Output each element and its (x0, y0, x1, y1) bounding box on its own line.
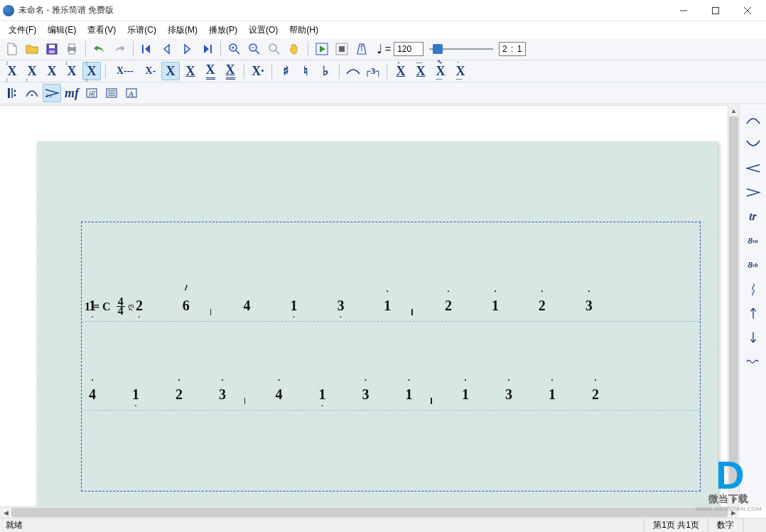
accent-1-button[interactable]: X› (392, 62, 410, 80)
next-page-button[interactable] (178, 40, 196, 58)
note[interactable]: 6⁞ (180, 298, 193, 314)
note[interactable]: 3· (502, 386, 515, 403)
note[interactable]: 2· (442, 298, 455, 314)
note-sixteenth-button[interactable]: X (201, 62, 220, 80)
scroll-down-arrow[interactable]: ▼ (728, 495, 739, 506)
palette-decresc-icon[interactable] (743, 183, 764, 202)
zoom-fit-button[interactable] (265, 40, 284, 58)
palette-trill-icon[interactable]: tr (743, 207, 764, 226)
palette-arrow-down-icon[interactable] (743, 328, 764, 347)
tempo-input[interactable] (394, 42, 424, 56)
note-half-button[interactable]: X- (141, 62, 160, 80)
score-page[interactable]: 1 = C 4 4 ღ 1·2·6⁞41·3·1·2·1·2·3· 4·1·2·… (37, 141, 718, 518)
note[interactable]: 3· (583, 298, 595, 314)
sharp-button[interactable]: ♯ (276, 62, 295, 80)
note-dur-1-button[interactable]: X:: (3, 62, 21, 80)
menu-help[interactable]: 帮助(H) (284, 22, 324, 38)
note[interactable]: 1· (315, 386, 328, 403)
scroll-left-arrow[interactable]: ◀ (0, 507, 11, 518)
note-thirtysecond-button[interactable]: X (221, 62, 239, 80)
undo-button[interactable] (90, 40, 109, 58)
zoom-out-button[interactable] (245, 40, 264, 58)
scroll-right-arrow[interactable]: ▶ (728, 507, 739, 518)
menu-play[interactable]: 播放(P) (203, 22, 243, 38)
accent-4-button[interactable]: X·— (451, 62, 470, 80)
zoom-ratio-box[interactable]: 2 : 1 (499, 42, 526, 56)
palette-arc-up-icon[interactable] (743, 135, 764, 153)
redo-button[interactable] (110, 40, 129, 58)
play-button[interactable] (313, 40, 331, 58)
palette-wavy-icon[interactable] (743, 280, 764, 298)
note[interactable]: 1· (86, 298, 99, 314)
note-dur-4-button[interactable]: X: (63, 62, 81, 80)
open-file-button[interactable] (23, 40, 41, 58)
crescendo-button[interactable]: 2 1 (43, 84, 61, 102)
note[interactable]: 2· (589, 386, 602, 403)
note[interactable]: 3· (360, 386, 372, 403)
first-page-button[interactable] (138, 40, 156, 58)
repeat-bar-button[interactable] (3, 84, 21, 102)
menu-score[interactable]: 乐谱(C) (122, 22, 162, 38)
palette-arrow-up-icon[interactable] (743, 304, 764, 322)
palette-wave-h-icon[interactable] (743, 352, 764, 371)
print-button[interactable] (63, 40, 81, 58)
scroll-v-thumb[interactable] (729, 116, 738, 486)
palette-cresc-icon[interactable] (743, 159, 764, 178)
note-eighth-button[interactable]: X (181, 62, 200, 80)
menu-file[interactable]: 文件(F) (3, 22, 42, 38)
text-block-button[interactable] (102, 84, 121, 102)
note[interactable]: 1· (287, 298, 300, 314)
note[interactable]: 2· (173, 386, 185, 403)
zoom-in-button[interactable] (225, 40, 244, 58)
vertical-scrollbar[interactable]: ▲ ▼ (728, 105, 739, 506)
scroll-h-thumb[interactable] (11, 508, 728, 517)
note-whole-button[interactable]: X--- (110, 62, 140, 80)
note-dur-3-button[interactable]: X (43, 62, 61, 80)
note[interactable]: 1· (459, 386, 472, 403)
font-button[interactable]: A (122, 84, 141, 102)
note[interactable]: 2· (536, 298, 549, 314)
menu-edit[interactable]: 编辑(E) (42, 22, 82, 38)
metronome-button[interactable] (352, 40, 371, 58)
note-quarter-button[interactable]: X (161, 62, 180, 80)
tuplet-button[interactable]: ┌3┐ (364, 62, 382, 80)
note[interactable]: 2· (133, 298, 146, 314)
close-button[interactable] (731, 1, 763, 21)
menu-layout[interactable]: 排版(M) (162, 22, 203, 38)
note[interactable]: 1· (381, 298, 394, 314)
horizontal-scrollbar[interactable]: ◀ ▶ (0, 506, 739, 518)
maximize-button[interactable] (699, 1, 731, 21)
dynamics-mf-button[interactable]: mf (63, 84, 81, 102)
note[interactable]: 4 (241, 298, 254, 314)
scroll-up-arrow[interactable]: ▲ (728, 105, 739, 116)
palette-8va-icon[interactable]: 8va (743, 232, 764, 250)
lyrics-button[interactable]: 词 (82, 84, 101, 102)
note[interactable]: 1· (546, 386, 559, 403)
note[interactable]: 3· (216, 386, 229, 403)
save-button[interactable] (43, 40, 61, 58)
accent-3-button[interactable]: X∿— (431, 62, 450, 80)
pan-button[interactable] (285, 40, 303, 58)
flat-button[interactable]: ♭ (316, 62, 335, 80)
note[interactable]: 1· (129, 386, 142, 403)
note[interactable]: 1· (403, 386, 416, 403)
note[interactable]: 1· (489, 298, 502, 314)
menu-view[interactable]: 查看(V) (82, 22, 122, 38)
natural-button[interactable]: ♮ (296, 62, 315, 80)
minimize-button[interactable] (667, 1, 699, 21)
prev-page-button[interactable] (158, 40, 176, 58)
tempo-slider[interactable] (429, 42, 493, 56)
stop-button[interactable] (333, 40, 351, 58)
palette-8vb-icon[interactable]: 8vb (743, 256, 764, 274)
note[interactable]: 4· (272, 386, 285, 403)
slur-button[interactable] (344, 62, 362, 80)
palette-arc-down-icon[interactable] (743, 111, 764, 129)
note-dur-5-button[interactable]: X:: (82, 62, 101, 80)
new-file-button[interactable] (3, 40, 21, 58)
note-dur-2-button[interactable]: X: (23, 62, 41, 80)
note[interactable]: 4· (86, 386, 99, 403)
note[interactable]: 3· (334, 298, 347, 314)
fermata-button[interactable] (23, 84, 41, 102)
note-dotted-button[interactable]: X· (249, 62, 267, 80)
last-page-button[interactable] (198, 40, 216, 58)
